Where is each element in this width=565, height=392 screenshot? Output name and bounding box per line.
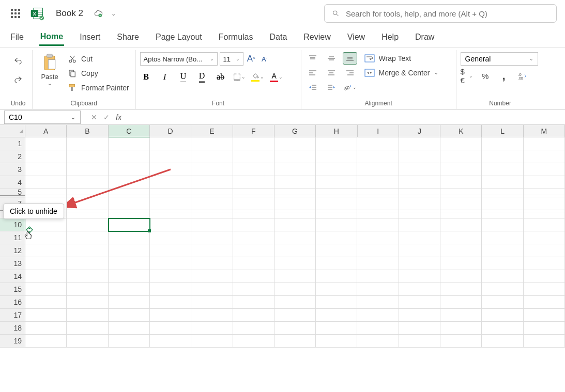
cell-K4[interactable] — [440, 176, 482, 189]
tab-page-layout[interactable]: Page Layout — [155, 29, 203, 45]
cell-L14[interactable] — [482, 270, 523, 283]
cell-H11[interactable] — [316, 231, 357, 244]
tab-insert[interactable]: Insert — [79, 29, 101, 45]
cell-I15[interactable] — [357, 283, 399, 296]
row-header-14[interactable]: 14 — [0, 270, 25, 283]
cell-A1[interactable] — [25, 137, 67, 150]
underline-button[interactable]: U — [177, 71, 190, 83]
cell-I3[interactable] — [357, 163, 399, 176]
cell-M12[interactable] — [524, 244, 565, 257]
cell-G7[interactable] — [274, 197, 316, 210]
cell-K17[interactable] — [440, 309, 482, 322]
cloud-saved-icon[interactable] — [94, 9, 103, 18]
row-header-10[interactable]: 10 — [0, 218, 25, 231]
fx-icon[interactable]: fx — [116, 113, 121, 121]
cell-D4[interactable] — [150, 176, 191, 189]
cell-D15[interactable] — [150, 283, 191, 296]
cell-J17[interactable] — [399, 309, 440, 322]
cell-C4[interactable] — [109, 176, 150, 189]
font-size-dropdown[interactable]: 11⌄ — [220, 52, 243, 66]
cell-L13[interactable] — [482, 257, 523, 270]
cell-J19[interactable] — [399, 335, 440, 348]
cell-L10[interactable] — [482, 218, 523, 231]
cell-B15[interactable] — [67, 283, 108, 296]
increase-indent-button[interactable] — [324, 81, 339, 93]
percent-format-button[interactable]: % — [479, 70, 492, 82]
comma-format-button[interactable]: , — [498, 70, 510, 82]
cell-E12[interactable] — [191, 244, 233, 257]
cell-A19[interactable] — [25, 335, 67, 348]
cell-M18[interactable] — [524, 322, 565, 335]
cell-B19[interactable] — [67, 335, 108, 348]
cell-I4[interactable] — [357, 176, 399, 189]
select-all-button[interactable] — [0, 125, 25, 137]
title-dropdown-icon[interactable]: ⌄ — [111, 10, 116, 17]
cell-J1[interactable] — [399, 137, 440, 150]
merge-center-button[interactable]: Merge & Center⌄ — [363, 68, 440, 78]
cell-I14[interactable] — [357, 270, 399, 283]
strikethrough-button[interactable]: ab — [215, 71, 227, 83]
cell-K5[interactable] — [440, 189, 482, 195]
border-button[interactable]: ⌄ — [233, 71, 246, 83]
tab-file[interactable]: File — [9, 29, 25, 45]
tab-home[interactable]: Home — [39, 29, 64, 46]
cell-M3[interactable] — [524, 163, 565, 176]
cell-C17[interactable] — [109, 309, 150, 322]
cell-J3[interactable] — [399, 163, 440, 176]
italic-button[interactable]: I — [159, 71, 171, 83]
cell-L17[interactable] — [482, 309, 523, 322]
cell-I5[interactable] — [357, 189, 399, 195]
cell-C14[interactable] — [109, 270, 150, 283]
cell-M2[interactable] — [524, 150, 565, 163]
tab-draw[interactable]: Draw — [414, 29, 435, 45]
cancel-formula-button[interactable]: ✕ — [89, 113, 99, 121]
cell-I7[interactable] — [357, 197, 399, 210]
cell-J14[interactable] — [399, 270, 440, 283]
cell-H14[interactable] — [316, 270, 357, 283]
orientation-button[interactable]: ab⌄ — [343, 81, 357, 93]
cell-K16[interactable] — [440, 296, 482, 309]
cell-F10[interactable] — [233, 218, 274, 231]
cell-B9[interactable] — [67, 212, 108, 218]
cell-C1[interactable] — [109, 137, 150, 150]
cell-M4[interactable] — [524, 176, 565, 189]
cell-G5[interactable] — [274, 189, 316, 195]
column-header-H[interactable]: H — [316, 125, 357, 137]
cell-J10[interactable] — [399, 218, 440, 231]
cell-B4[interactable] — [67, 176, 108, 189]
cell-D19[interactable] — [150, 335, 191, 348]
font-color-button[interactable]: A⌄ — [270, 71, 283, 83]
cell-A15[interactable] — [25, 283, 67, 296]
cell-D18[interactable] — [150, 322, 191, 335]
cell-G10[interactable] — [274, 218, 316, 231]
cell-G2[interactable] — [274, 150, 316, 163]
cell-E15[interactable] — [191, 283, 233, 296]
cell-K3[interactable] — [440, 163, 482, 176]
cell-G11[interactable] — [274, 231, 316, 244]
cell-F16[interactable] — [233, 296, 274, 309]
cell-H12[interactable] — [316, 244, 357, 257]
row-header-19[interactable]: 19 — [0, 335, 25, 348]
cell-D2[interactable] — [150, 150, 191, 163]
cell-H1[interactable] — [316, 137, 357, 150]
cell-L2[interactable] — [482, 150, 523, 163]
cell-M19[interactable] — [524, 335, 565, 348]
cell-J12[interactable] — [399, 244, 440, 257]
row-header-13[interactable]: 13 — [0, 257, 25, 270]
cell-H16[interactable] — [316, 296, 357, 309]
cell-E13[interactable] — [191, 257, 233, 270]
cell-C2[interactable] — [109, 150, 150, 163]
cell-M10[interactable] — [524, 218, 565, 231]
cell-I13[interactable] — [357, 257, 399, 270]
align-bottom-button[interactable] — [343, 52, 357, 65]
cell-C9[interactable] — [109, 212, 150, 218]
column-header-D[interactable]: D — [150, 125, 191, 137]
cell-C13[interactable] — [109, 257, 150, 270]
redo-button[interactable] — [11, 73, 25, 86]
cell-D13[interactable] — [150, 257, 191, 270]
cell-J18[interactable] — [399, 322, 440, 335]
cell-H7[interactable] — [316, 197, 357, 210]
cell-F14[interactable] — [233, 270, 274, 283]
cell-F1[interactable] — [233, 137, 274, 150]
cell-M1[interactable] — [524, 137, 565, 150]
